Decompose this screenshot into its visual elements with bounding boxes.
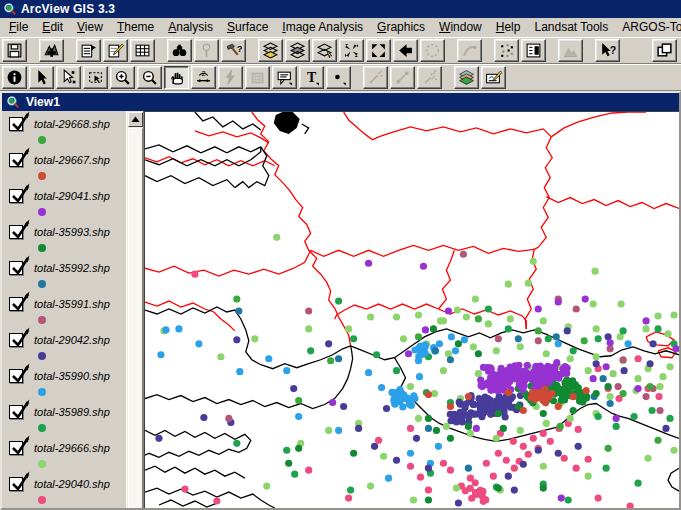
scroll-thumb[interactable] xyxy=(128,128,143,508)
help-pointer-button[interactable]: ? xyxy=(595,39,620,62)
theme-checkbox[interactable] xyxy=(9,333,23,347)
theme-name: total-29667.shp xyxy=(34,154,110,166)
open-theme-table-button[interactable] xyxy=(130,39,155,62)
theme-checkbox[interactable] xyxy=(9,369,23,383)
query-builder-button[interactable]: ? xyxy=(221,39,246,62)
edit-legend-button[interactable] xyxy=(103,39,128,62)
legend-item-total-35992-shp[interactable]: total-35992.shp xyxy=(2,260,125,296)
hotlink-tool-button[interactable] xyxy=(218,66,243,89)
map-canvas[interactable] xyxy=(144,111,679,508)
zoom-out-tool-button[interactable] xyxy=(137,66,162,89)
image-stack-button[interactable] xyxy=(454,66,479,89)
view-titlebar[interactable]: View1 xyxy=(2,93,679,111)
selrect-icon xyxy=(87,69,104,86)
legend-item-total-35993-shp[interactable]: total-35993.shp xyxy=(2,224,125,260)
theme-checkbox[interactable] xyxy=(9,477,23,491)
measure-tool-button[interactable]: 2 xyxy=(191,66,216,89)
menu-view[interactable]: View xyxy=(70,18,110,36)
legend-item-total-29667-shp[interactable]: total-29667.shp xyxy=(2,152,125,188)
legend-item-total-35989-shp[interactable]: total-35989.shp xyxy=(2,404,125,440)
legend-item-total-29040-shp[interactable]: total-29040.shp xyxy=(2,476,125,508)
menu-window[interactable]: Window xyxy=(432,18,489,36)
zoom-full-extent-button[interactable] xyxy=(258,39,283,62)
legend-item-total-29041-shp[interactable]: total-29041.shp xyxy=(2,188,125,224)
select-using-graphic-button[interactable] xyxy=(457,39,482,62)
seeddots-icon xyxy=(498,42,515,59)
svg-text:?: ? xyxy=(237,43,242,54)
theme-name: total-35993.shp xyxy=(34,226,110,238)
theme-checkbox[interactable] xyxy=(9,225,23,239)
theme-symbol-dot xyxy=(38,388,46,396)
theme-symbol-dot xyxy=(38,172,46,180)
sign-tool-button[interactable] xyxy=(481,66,506,89)
clear-selection-button[interactable] xyxy=(420,39,445,62)
legend-item-total-29666-shp[interactable]: total-29666.shp xyxy=(2,440,125,476)
legend-item-total-29668-shp[interactable]: total-29668.shp xyxy=(2,116,125,152)
legend-scrollbar[interactable] xyxy=(126,111,143,508)
theme-checkbox[interactable] xyxy=(9,261,23,275)
menu-theme[interactable]: Theme xyxy=(110,18,161,36)
menu-argos-tools[interactable]: ARGOS-Tools xyxy=(615,18,681,36)
image-measure-button[interactable] xyxy=(390,66,415,89)
checkmark-icon xyxy=(9,112,31,132)
hand-icon xyxy=(168,69,185,86)
zoom-in-extent-button[interactable] xyxy=(339,39,364,62)
pan-tool-button[interactable] xyxy=(164,66,189,89)
pixel-inspector-button[interactable] xyxy=(363,66,388,89)
draw-point-button[interactable] xyxy=(326,66,351,89)
legend-item-total-29042-shp[interactable]: total-29042.shp xyxy=(2,332,125,368)
zoom-previous-button[interactable] xyxy=(393,39,418,62)
pointer-button[interactable] xyxy=(29,66,54,89)
legend-item-total-35990-shp[interactable]: total-35990.shp xyxy=(2,368,125,404)
find-button[interactable] xyxy=(167,39,192,62)
label-tool-button[interactable] xyxy=(272,66,297,89)
window-titlebar[interactable]: ArcView GIS 3.3 xyxy=(0,0,681,18)
menu-image-analysis[interactable]: Image Analysis xyxy=(275,18,370,36)
legend-panel: total-29668.shptotal-29667.shptotal-2904… xyxy=(2,111,144,508)
zoom-in-tool-button[interactable] xyxy=(110,66,135,89)
menu-landsat-tools[interactable]: Landsat Tools xyxy=(527,18,615,36)
vertex-edit-button[interactable] xyxy=(56,66,81,89)
text-tool-button[interactable]: T xyxy=(299,66,324,89)
legend-item-total-35991-shp[interactable]: total-35991.shp xyxy=(2,296,125,332)
measure-icon: 2 xyxy=(195,69,212,86)
zoom-selected-button[interactable] xyxy=(312,39,337,62)
menu-analysis[interactable]: Analysis xyxy=(161,18,220,36)
spray-tool-button[interactable] xyxy=(417,66,442,89)
scroll-up-button[interactable] xyxy=(128,112,143,127)
theme-properties-button[interactable] xyxy=(76,39,101,62)
zoom-active-theme-button[interactable] xyxy=(285,39,310,62)
theme-checkbox[interactable] xyxy=(9,189,23,203)
pointer-icon xyxy=(33,69,50,86)
theme-checkbox[interactable] xyxy=(9,297,23,311)
stack-icon xyxy=(289,42,306,59)
layer-total-29041-shp xyxy=(329,260,679,502)
image-legend-button[interactable] xyxy=(521,39,546,62)
add-theme-button[interactable] xyxy=(39,39,64,62)
theme-checkbox[interactable] xyxy=(9,117,23,131)
menu-edit[interactable]: Edit xyxy=(35,18,70,36)
fill-tool-button[interactable] xyxy=(245,66,270,89)
menu-help[interactable]: Help xyxy=(489,18,528,36)
theme-checkbox[interactable] xyxy=(9,405,23,419)
view-title: View1 xyxy=(26,95,60,109)
theme-name: total-35992.shp xyxy=(34,262,110,274)
stackzoom-icon xyxy=(262,42,279,59)
identify-button[interactable] xyxy=(2,66,27,89)
arrange-windows-button[interactable] xyxy=(652,39,677,62)
histogram-button[interactable] xyxy=(558,39,583,62)
theme-checkbox[interactable] xyxy=(9,441,23,455)
menu-file[interactable]: File xyxy=(2,18,35,36)
theme-checkbox[interactable] xyxy=(9,153,23,167)
seed-tool-button[interactable] xyxy=(494,39,519,62)
checkmark-icon xyxy=(9,220,31,240)
theme-symbol-dot xyxy=(38,460,46,468)
zoom-out-extent-button[interactable] xyxy=(366,39,391,62)
locate-address-button[interactable] xyxy=(194,39,219,62)
theme-symbol-dot xyxy=(38,316,46,324)
menu-surface[interactable]: Surface xyxy=(220,18,275,36)
select-feature-button[interactable] xyxy=(83,66,108,89)
save-project-button[interactable] xyxy=(2,39,27,62)
menu-graphics[interactable]: Graphics xyxy=(370,18,432,36)
wand-icon xyxy=(367,69,384,86)
